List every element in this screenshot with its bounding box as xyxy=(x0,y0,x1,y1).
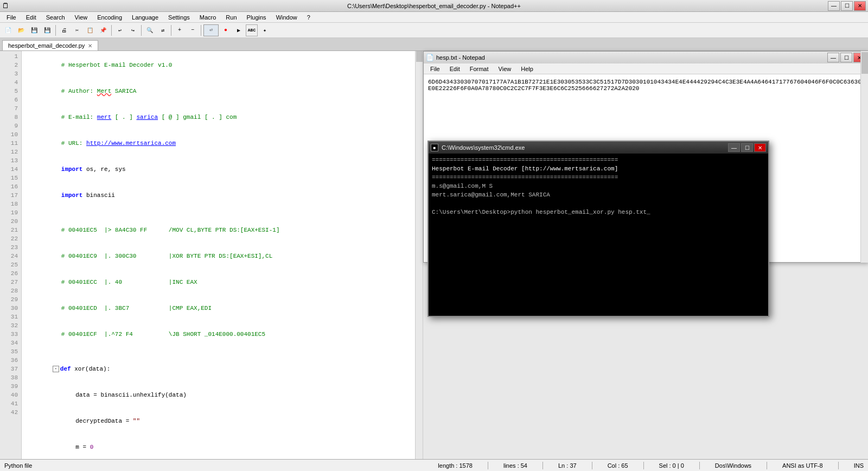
right-panel: 📄 hesp.txt - Notepad — ☐ ✕ File Edit For… xyxy=(423,51,868,459)
code-line-16: decryptedData = "" xyxy=(24,408,420,434)
status-sep-7 xyxy=(838,462,839,469)
tab-close-button[interactable]: ✕ xyxy=(88,43,92,49)
status-dos: Dos\Windows xyxy=(715,462,751,469)
cmd-window[interactable]: ■ C:\Windows\system32\cmd.exe — ☐ ✕ ====… xyxy=(427,141,769,317)
line-num-41: 41 xyxy=(0,399,21,408)
menu-encoding[interactable]: Encoding xyxy=(93,13,126,22)
menu-file[interactable]: File xyxy=(2,13,21,22)
scrollbar-thumb[interactable] xyxy=(416,51,423,62)
cmd-line-3: ========================================… xyxy=(432,173,765,182)
cmd-minimize[interactable]: — xyxy=(728,143,740,152)
open-button[interactable]: 📂 xyxy=(15,24,27,36)
menu-help[interactable]: ? xyxy=(303,13,315,22)
tab-label: hesperbot_email_decoder.py xyxy=(8,42,85,49)
code-editor[interactable]: 1 2 3 4 5 6 7 8 9 10 11 12 13 14 15 16 1… xyxy=(0,51,423,459)
notepad-maximize[interactable]: ☐ xyxy=(840,53,852,62)
status-lines: lines : 54 xyxy=(503,462,527,469)
notepad-scrollbar[interactable] xyxy=(860,51,868,263)
notepad-controls: — ☐ ✕ xyxy=(827,53,865,62)
cmd-maximize[interactable]: ☐ xyxy=(741,143,753,152)
menu-settings[interactable]: Settings xyxy=(164,13,194,22)
line-num-16: 16 xyxy=(0,182,21,191)
zoom-in-button[interactable]: + xyxy=(174,24,186,36)
toolbar: 📄 📂 💾 💾 🖨 ✂ 📋 📌 ↩ ↪ 🔍 ⇄ + − ⏎ ● ▶ ABC ✦ xyxy=(0,23,868,38)
run-button[interactable]: ▶ xyxy=(233,24,245,36)
np-menu-edit[interactable]: Edit xyxy=(445,65,464,73)
print-button[interactable]: 🖨 xyxy=(58,24,70,36)
cmd-content: ========================================… xyxy=(429,154,768,316)
line-num-23: 23 xyxy=(0,243,21,252)
menu-macro[interactable]: Macro xyxy=(195,13,221,22)
menu-window[interactable]: Window xyxy=(272,13,302,22)
line-num-5: 5 xyxy=(0,87,21,96)
menu-plugins[interactable]: Plugins xyxy=(242,13,271,22)
np-menu-help[interactable]: Help xyxy=(516,65,538,73)
menu-edit[interactable]: Edit xyxy=(22,13,41,22)
line-num-15: 15 xyxy=(0,174,21,182)
line-num-1: 1 xyxy=(0,52,21,61)
code-line-1: # Hesperbot E-mail Decoder v1.0 xyxy=(24,52,420,78)
minimize-button[interactable]: — xyxy=(828,1,840,11)
abc-button[interactable]: ABC xyxy=(246,24,258,36)
maximize-button[interactable]: ☐ xyxy=(841,1,853,11)
save-button[interactable]: 💾 xyxy=(28,24,40,36)
title-bar: 🗒 C:\Users\Mert\Desktop\hesperbot_email_… xyxy=(0,0,868,12)
code-line-6: import binascii xyxy=(24,182,420,208)
notepad-minimize[interactable]: — xyxy=(827,53,839,62)
replace-button[interactable]: ⇄ xyxy=(157,24,169,36)
line-num-8: 8 xyxy=(0,113,21,122)
menu-search[interactable]: Search xyxy=(42,13,69,22)
line-num-2: 2 xyxy=(0,61,21,69)
cmd-line-1: ========================================… xyxy=(432,156,765,164)
paste-button[interactable]: 📌 xyxy=(97,24,109,36)
status-sep-4 xyxy=(643,462,644,469)
status-ins: INS xyxy=(854,462,864,469)
line-num-37: 37 xyxy=(0,365,21,373)
notepad-scrollbar-thumb[interactable] xyxy=(861,52,868,74)
line-num-4: 4 xyxy=(0,78,21,87)
editor-scrollbar[interactable] xyxy=(415,51,423,459)
menu-view[interactable]: View xyxy=(71,13,92,22)
notepad-text: 6D6D43433030707017177A7A1B1B72721E1E3030… xyxy=(428,79,861,92)
menu-language[interactable]: Language xyxy=(127,13,163,22)
line-num-10: 10 xyxy=(0,130,21,139)
find-button[interactable]: 🔍 xyxy=(144,24,156,36)
notepad-menu-bar: File Edit Format View Help xyxy=(424,63,867,74)
extra-button[interactable]: ✦ xyxy=(259,24,271,36)
status-sep-6 xyxy=(767,462,767,469)
code-line-17: m = 0 xyxy=(24,434,420,459)
notepad-title: hesp.txt - Notepad xyxy=(436,54,485,61)
cmd-close[interactable]: ✕ xyxy=(754,143,766,152)
np-menu-view[interactable]: View xyxy=(494,65,516,73)
new-button[interactable]: 📄 xyxy=(2,24,14,36)
np-menu-file[interactable]: File xyxy=(426,65,444,73)
menu-bar: File Edit Search View Encoding Language … xyxy=(0,12,868,23)
fold-14[interactable]: - xyxy=(53,366,59,372)
zoom-out-button[interactable]: − xyxy=(187,24,199,36)
line-num-11: 11 xyxy=(0,139,21,148)
code-line-15: data = binascii.unhexlify(data) xyxy=(24,382,420,408)
close-button[interactable]: ✕ xyxy=(854,1,866,11)
code-content[interactable]: # Hesperbot E-mail Decoder v1.0 # Author… xyxy=(22,51,423,459)
undo-button[interactable]: ↩ xyxy=(114,24,126,36)
copy-button[interactable]: 📋 xyxy=(84,24,96,36)
line-num-32: 32 xyxy=(0,321,21,330)
wordwrap-button[interactable]: ⏎ xyxy=(203,24,219,36)
np-menu-format[interactable]: Format xyxy=(465,65,493,73)
redo-button[interactable]: ↪ xyxy=(127,24,139,36)
line-num-33: 33 xyxy=(0,330,21,339)
menu-run[interactable]: Run xyxy=(221,13,241,22)
line-num-9: 9 xyxy=(0,122,21,130)
code-line-13 xyxy=(24,347,420,356)
toolbar-sep-5 xyxy=(201,25,201,36)
save-all-button[interactable]: 💾 xyxy=(41,24,53,36)
cmd-line-4: m.s@gmail.com,M S xyxy=(432,182,765,190)
macro-record-button[interactable]: ● xyxy=(220,24,232,36)
cut-button[interactable]: ✂ xyxy=(71,24,83,36)
status-sel: Sel : 0 | 0 xyxy=(659,462,684,469)
line-num-36: 36 xyxy=(0,356,21,365)
line-num-7: 7 xyxy=(0,104,21,113)
cmd-line-7: C:\Users\Mert\Desktop>python hesperbot_e… xyxy=(432,208,765,217)
tab-hesperbot[interactable]: hesperbot_email_decoder.py ✕ xyxy=(2,40,98,50)
code-line-4: # URL: http://www.mertsarica.com xyxy=(24,130,420,156)
